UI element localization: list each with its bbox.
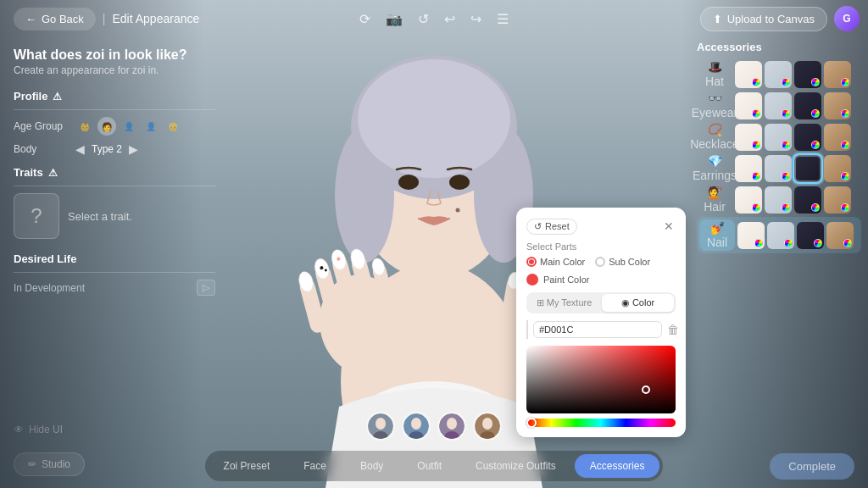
tab-zoi-preset[interactable]: Zoi Preset bbox=[209, 454, 286, 478]
body-prev-button[interactable]: ◀ bbox=[75, 142, 85, 156]
tab-customize-outfits[interactable]: Customize Outfits bbox=[460, 454, 571, 478]
refresh-icon-btn[interactable]: ↺ bbox=[415, 8, 432, 30]
color-tab-icon: ◉ bbox=[621, 297, 630, 308]
gradient-overlay bbox=[526, 346, 676, 413]
color-picker-tabs: ⊞ My Texture ◉ Color bbox=[526, 292, 676, 313]
profile-divider bbox=[14, 109, 215, 110]
age-child-icon[interactable]: 👶 bbox=[75, 117, 94, 136]
eyewear-category: 👓 Eyewear bbox=[697, 92, 732, 119]
rotate-icon-btn[interactable]: ⟳ bbox=[356, 8, 374, 30]
earrings-thumb-4[interactable] bbox=[824, 155, 851, 182]
main-color-radio[interactable]: Main Color bbox=[526, 257, 585, 267]
necklace-thumb-1[interactable] bbox=[735, 124, 762, 151]
traits-divider bbox=[14, 186, 215, 186]
hair-thumb-1[interactable] bbox=[735, 186, 762, 214]
hat-category: 🎩 Hat bbox=[697, 60, 732, 88]
traits-label: Traits bbox=[14, 166, 43, 179]
dev-badge: ▷ bbox=[197, 280, 215, 296]
body-label: Body bbox=[14, 143, 69, 155]
earrings-icon: 💎 bbox=[708, 154, 722, 168]
avatar-thumb-3[interactable] bbox=[437, 412, 466, 441]
age-teen-icon[interactable]: 🧑 bbox=[97, 117, 116, 136]
nail-thumb-3[interactable] bbox=[797, 222, 824, 249]
necklace-thumb-4[interactable] bbox=[824, 124, 851, 151]
hue-handle[interactable] bbox=[526, 418, 537, 428]
top-bar: ← Go Back | Edit Appearance ⟳ 📷 ↺ ↩ ↪ ☰ … bbox=[0, 0, 868, 37]
color-tab[interactable]: ◉ Color bbox=[602, 294, 674, 312]
body-next-button[interactable]: ▶ bbox=[129, 142, 138, 156]
hair-thumb-2[interactable] bbox=[765, 186, 792, 214]
color-picker-header: ↺ Reset ✕ bbox=[526, 218, 676, 235]
cp-close-button[interactable]: ✕ bbox=[662, 218, 676, 235]
color-swatch[interactable] bbox=[526, 320, 528, 339]
undo-icon-btn[interactable]: ↩ bbox=[441, 8, 459, 30]
nail-category[interactable]: 💅 Nail bbox=[699, 219, 735, 251]
earrings-thumb-1[interactable] bbox=[735, 155, 762, 182]
upload-label: Upload to Canvas bbox=[727, 13, 815, 25]
necklace-thumb-2[interactable] bbox=[765, 124, 792, 151]
hat-icon: 🎩 bbox=[708, 60, 722, 74]
avatar-thumb-4[interactable] bbox=[473, 412, 502, 441]
svg-point-8 bbox=[449, 175, 470, 190]
menu-icon-btn[interactable]: ☰ bbox=[493, 8, 512, 30]
hair-thumb-4[interactable] bbox=[824, 186, 851, 214]
hair-thumb-3[interactable] bbox=[794, 186, 821, 214]
user-initial: G bbox=[843, 13, 850, 25]
hat-thumb-4[interactable] bbox=[824, 61, 851, 88]
avatar-thumb-2[interactable] bbox=[402, 412, 431, 441]
hair-category: 💇 Hair bbox=[697, 186, 732, 214]
eyewear-row: 👓 Eyewear bbox=[697, 92, 861, 119]
paint-color-label: Paint Color bbox=[543, 274, 589, 285]
desired-life-title: Desired Life bbox=[14, 252, 215, 265]
select-parts-label: Select Parts bbox=[526, 241, 676, 252]
cp-reset-button[interactable]: ↺ Reset bbox=[526, 219, 577, 235]
earrings-thumb-2[interactable] bbox=[765, 155, 792, 182]
hat-thumb-2[interactable] bbox=[765, 61, 792, 88]
tab-body[interactable]: Body bbox=[345, 454, 398, 478]
trait-placeholder-icon[interactable]: ? bbox=[14, 193, 59, 239]
hue-slider[interactable] bbox=[526, 419, 676, 427]
earrings-category: 💎 Earrings bbox=[697, 154, 732, 182]
eyewear-thumb-1[interactable] bbox=[735, 92, 762, 119]
camera-icon-btn[interactable]: 📷 bbox=[382, 8, 406, 30]
upload-canvas-button[interactable]: ⬆ Upload to Canvas bbox=[700, 7, 827, 31]
redo-icon-btn[interactable]: ↪ bbox=[467, 8, 485, 30]
eyewear-thumb-4[interactable] bbox=[824, 92, 851, 119]
delete-color-button[interactable]: 🗑 bbox=[667, 323, 679, 336]
earrings-thumbnails bbox=[735, 155, 851, 182]
age-senior-icon[interactable]: 👴 bbox=[164, 117, 182, 136]
eyewear-thumb-3[interactable] bbox=[794, 92, 821, 119]
reset-icon: ↺ bbox=[534, 221, 542, 232]
age-middle-icon[interactable]: 👤 bbox=[142, 117, 160, 136]
svg-point-46 bbox=[447, 418, 457, 430]
left-panel: What does zoi in look like? Create an ap… bbox=[0, 0, 229, 488]
texture-tab[interactable]: ⊞ My Texture bbox=[528, 294, 600, 312]
age-adult-icon[interactable]: 👤 bbox=[120, 117, 138, 136]
necklace-thumb-3[interactable] bbox=[794, 124, 821, 151]
tab-accessories[interactable]: Accessories bbox=[575, 454, 660, 478]
tab-outfit[interactable]: Outfit bbox=[402, 454, 457, 478]
hair-thumbnails bbox=[735, 186, 851, 214]
nail-thumb-2[interactable] bbox=[767, 222, 794, 249]
complete-button[interactable]: Complete bbox=[770, 453, 854, 480]
earrings-thumb-3[interactable] bbox=[794, 155, 821, 182]
necklace-icon: 📿 bbox=[708, 123, 722, 136]
nail-thumb-4[interactable] bbox=[826, 222, 854, 249]
nail-thumb-1[interactable] bbox=[737, 222, 765, 249]
nail-icon: 💅 bbox=[710, 221, 725, 235]
hex-input[interactable] bbox=[533, 321, 662, 338]
sub-color-radio[interactable]: Sub Color bbox=[595, 257, 650, 267]
color-gradient-picker[interactable] bbox=[526, 346, 676, 413]
tab-face[interactable]: Face bbox=[288, 454, 342, 478]
reset-label: Reset bbox=[545, 221, 570, 231]
avatar-thumb-1[interactable] bbox=[366, 412, 395, 441]
user-avatar-button[interactable]: G bbox=[834, 6, 860, 31]
main-color-radio-dot bbox=[526, 257, 537, 267]
hat-thumb-3[interactable] bbox=[794, 61, 821, 88]
back-button[interactable]: ← Go Back bbox=[14, 8, 96, 30]
eyewear-thumb-2[interactable] bbox=[765, 92, 792, 119]
right-panel: Accessories 🎩 Hat 👓 Eyewear 📿 Nec bbox=[690, 0, 868, 488]
upload-icon: ⬆ bbox=[713, 13, 722, 25]
hat-thumb-1[interactable] bbox=[735, 61, 762, 88]
profile-warning-icon: ⚠ bbox=[53, 91, 62, 103]
